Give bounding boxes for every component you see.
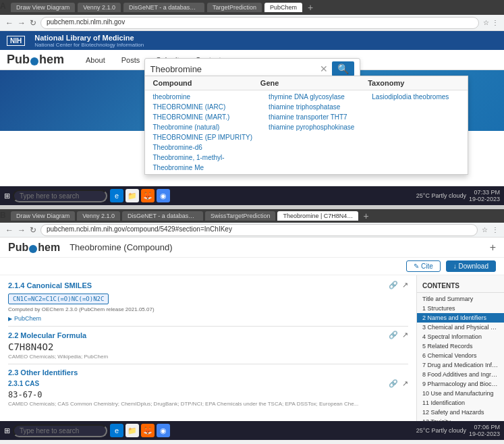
taskbar-chrome-a[interactable]: ◉ (157, 189, 170, 202)
tab-pubchem-a[interactable]: PubChem (264, 3, 302, 12)
toc-item-9[interactable]: 9 Pharmacology and Biochemistry (417, 379, 504, 389)
section-23: 2.3 Other Identifiers 2.3.1 CAS 🔗 ↗ 83-6… (8, 368, 408, 407)
toc-item-3[interactable]: 3 Chemical and Physical Properties (417, 323, 504, 332)
tab-theobromine-b[interactable]: Theobromine | C7H8N4O2 - Pu... (277, 211, 358, 221)
add-section-icon[interactable]: + (490, 242, 496, 254)
bookmark-icon[interactable]: ☆ (483, 19, 489, 26)
search-button[interactable]: 🔍 (332, 61, 354, 76)
address-input-a[interactable]: pubchem.ncbi.nlm.nih.gov (40, 17, 479, 29)
tab-draw-b[interactable]: Draw View Diagram (11, 211, 75, 221)
toc-item-2[interactable]: 2 Names and Identifiers (417, 313, 504, 323)
taskbar-edge-b[interactable]: e (110, 424, 123, 437)
gene-item-3[interactable]: thiamine pyrophosphokinase (260, 122, 364, 132)
start-icon-b[interactable]: ⊞ (4, 426, 10, 435)
source-link-214[interactable]: PubChem (14, 315, 41, 322)
section-22-title: 2.2 Molecular Formula (8, 331, 86, 339)
taskbar-search-b[interactable] (13, 424, 107, 437)
forward-btn-a[interactable]: → (18, 18, 26, 28)
link-icon-22[interactable]: 🔗 (389, 331, 398, 339)
refresh-btn-b[interactable]: ↻ (30, 225, 36, 235)
toc-item-1[interactable]: 1 Structures (417, 304, 504, 313)
clear-icon[interactable]: ✕ (320, 63, 328, 74)
weather-b: 25°C Partly cloudy (416, 427, 466, 434)
gene-col: thymine DNA glycosylase thiamine triphos… (260, 90, 364, 174)
start-icon-a[interactable]: ⊞ (4, 192, 10, 200)
taskbar-firefox-a[interactable]: 🦊 (141, 189, 155, 202)
external-icon-22[interactable]: ↗ (402, 331, 408, 339)
search-input[interactable] (150, 64, 316, 74)
menu-icon[interactable]: ⋮ (492, 19, 499, 26)
col-gene: Gene (252, 76, 360, 90)
extensions-icon-b[interactable]: ⋮ (492, 226, 499, 233)
cite-label: Cite (421, 262, 433, 270)
nih-banner-a: NIH National Library of Medicine Nationa… (0, 31, 504, 50)
cite-button[interactable]: ✎ Cite (406, 260, 441, 272)
gene-item-1[interactable]: thiamine triphosphatase (260, 102, 364, 112)
compound-item-1[interactable]: THEOBROMINE (IARC) (145, 102, 261, 112)
tab-disgenet-b[interactable]: DisGeNET - a database of gen... (122, 211, 203, 221)
compound-item-4[interactable]: THEOBROMINE (EP IMPURITY) (145, 132, 261, 142)
tab-draw[interactable]: Draw View Diagram (11, 3, 75, 12)
back-btn-a[interactable]: ← (5, 18, 13, 28)
taskbar-firefox-b[interactable]: 🦊 (141, 424, 155, 437)
compound-item-0[interactable]: theobromine (145, 92, 261, 102)
external-icon-214[interactable]: ↗ (402, 281, 408, 289)
taskbar-icons-a: e 📁 🦊 ◉ (110, 189, 414, 202)
taskbar-chrome-b[interactable]: ◉ (157, 424, 170, 437)
section-22-actions: 🔗 ↗ (389, 331, 408, 339)
toc-item-10[interactable]: 10 Use and Manufacturing (417, 389, 504, 398)
time-b: 07:06 PM (469, 424, 500, 431)
new-tab-button-a[interactable]: + (308, 2, 313, 13)
link-icon-214[interactable]: 🔗 (389, 281, 398, 289)
tab-disgenet[interactable]: DisGeNET - a database of gen... (123, 3, 204, 12)
taskbar-icons-b: e 📁 🦊 ◉ (110, 424, 414, 437)
address-input-b[interactable]: pubchem.ncbi.nlm.nih.gov/compound/5429#s… (40, 224, 478, 236)
tab-venny[interactable]: Venny 2.1.0 (78, 3, 121, 12)
taxonomy-item-0[interactable]: Lasiodiplodia theobromes (364, 92, 467, 102)
toc-item-6[interactable]: 6 Chemical Vendors (417, 351, 504, 360)
pubchem-header-b: PubChem Theobromine (Compound) + (0, 238, 504, 258)
link-icon-231[interactable]: 🔗 (389, 379, 398, 388)
new-tab-button-b[interactable]: + (363, 211, 368, 221)
taskbar-a: ⊞ e 📁 🦊 ◉ 25°C Partly cloudy 07:33 PM 19… (0, 186, 504, 205)
clock-b: 07:06 PM 19-02-2023 (469, 424, 500, 437)
compound-item-7[interactable]: Theobromine Me (145, 163, 261, 173)
compound-item-6[interactable]: Theobromine, 1-methyl- (145, 152, 261, 163)
external-icon-231[interactable]: ↗ (402, 379, 408, 388)
toc-item-11[interactable]: 11 Identification (417, 398, 504, 408)
toc-sidebar: CONTENTS Title and Summary 1 Structures … (416, 275, 504, 440)
toc-item-8[interactable]: 8 Food Additives and Ingredients (417, 370, 504, 379)
toc-item-4[interactable]: 4 Spectral Information (417, 332, 504, 341)
forward-btn-b[interactable]: → (18, 225, 26, 235)
tab-swiss-b[interactable]: SwissTargetPrediction (205, 211, 276, 221)
toc-item-0[interactable]: Title and Summary (417, 294, 504, 304)
tab-venny-b[interactable]: Venny 2.1.0 (77, 211, 120, 221)
taskbar-explorer-b[interactable]: 📁 (125, 424, 139, 437)
taskbar-edge-a[interactable]: e (110, 189, 123, 202)
compound-title: Theobromine (Compound) (69, 242, 172, 252)
nav-about[interactable]: About (78, 56, 113, 64)
nav-posts[interactable]: Posts (113, 56, 148, 64)
gene-item-2[interactable]: thiamine transporter THT7 (260, 112, 364, 122)
taskbar-search-a[interactable] (13, 190, 107, 202)
col-compound: Compound (145, 76, 252, 90)
address-bar-row-a: ← → ↻ pubchem.ncbi.nlm.nih.gov ☆ ⋮ (0, 15, 504, 31)
date-b: 19-02-2023 (469, 431, 500, 437)
tab-target[interactable]: TargetPrediction (207, 3, 262, 12)
toc-item-12[interactable]: 12 Safety and Hazards (417, 408, 504, 417)
toc-item-5[interactable]: 5 Related Records (417, 341, 504, 351)
compound-item-3[interactable]: Theobromine (natural) (145, 122, 261, 132)
download-button[interactable]: ↓ Download (446, 260, 496, 272)
refresh-btn-a[interactable]: ↻ (30, 18, 36, 28)
back-btn-b[interactable]: ← (5, 225, 13, 235)
section-22-header: 2.2 Molecular Formula 🔗 ↗ (8, 331, 408, 339)
section-231: 2.3.1 CAS 🔗 ↗ 83-67-0 CAMEO Chemicals; C… (8, 379, 408, 407)
compound-item-2[interactable]: THEOBROMINE (MART.) (145, 112, 261, 122)
compound-item-5[interactable]: Theobromine-d6 (145, 142, 261, 152)
compound-col: theobromine THEOBROMINE (IARC) THEOBROMI… (145, 90, 261, 174)
gene-item-0[interactable]: thymine DNA glycosylase (260, 92, 364, 102)
section-22: 2.2 Molecular Formula 🔗 ↗ C7H8N4O2 CAMEO… (8, 331, 408, 360)
taskbar-explorer-a[interactable]: 📁 (125, 189, 139, 202)
toc-item-7[interactable]: 7 Drug and Medication Information (417, 360, 504, 370)
bookmark-icon-b[interactable]: ☆ (482, 226, 488, 233)
